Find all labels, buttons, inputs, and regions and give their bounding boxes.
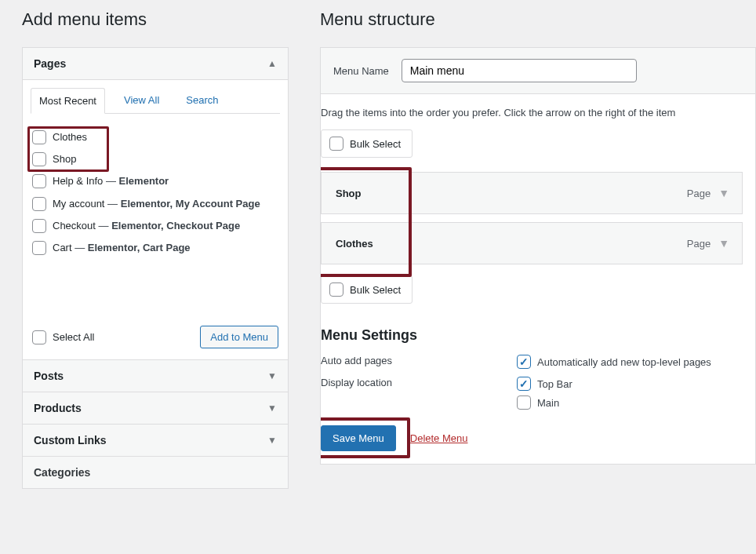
select-all-label: Select All (53, 331, 94, 343)
checkbox-auto-add[interactable]: ✓ (517, 355, 531, 369)
acc-categories-header[interactable]: Categories (23, 456, 288, 488)
page-label: My account (53, 198, 104, 210)
acc-posts-header[interactable]: Posts ▼ (23, 359, 288, 392)
checkbox-account[interactable] (32, 197, 46, 211)
add-items-heading: Add menu items (22, 9, 289, 30)
menu-item-type: Page (687, 188, 711, 199)
acc-pages-label: Pages (34, 57, 66, 70)
menu-frame: Menu Name Drag the items into the order … (320, 47, 756, 465)
acc-customlinks-header[interactable]: Custom Links ▼ (23, 424, 288, 456)
menu-item-shop[interactable]: Shop Page ▼ (321, 172, 743, 214)
checkbox-main[interactable] (517, 395, 531, 410)
menu-item-title: Shop (336, 188, 362, 199)
page-row: Help & Info — Elementor (31, 170, 277, 192)
page-label: Clothes (53, 130, 87, 144)
acc-products-label: Products (34, 402, 82, 414)
bulk-select-top[interactable]: Bulk Select (321, 129, 413, 158)
page-label: Cart (53, 242, 72, 253)
checkbox-topbar[interactable]: ✓ (517, 377, 531, 391)
page-row: Cart — Elementor, Cart Page (31, 237, 277, 259)
bulk-checkbox-icon (329, 137, 343, 151)
acc-pages-body: Most Recent View All Search Clothes (23, 79, 288, 359)
menu-settings-heading: Menu Settings (321, 327, 743, 344)
add-to-menu-button[interactable]: Add to Menu (200, 326, 278, 348)
chevron-down-icon[interactable]: ▼ (718, 187, 729, 199)
delete-menu-link[interactable]: Delete Menu (410, 432, 468, 444)
accordion: Pages ▲ Most Recent View All Search (22, 47, 289, 489)
tab-most-recent[interactable]: Most Recent (31, 88, 105, 114)
bulk-checkbox-icon (329, 282, 343, 297)
acc-customlinks-label: Custom Links (34, 434, 107, 446)
location-main: Main (537, 397, 559, 409)
auto-add-option: Automatically add new top-level pages (537, 356, 711, 368)
page-meta: Elementor, My Account Page (121, 198, 260, 210)
checkbox-shop[interactable] (32, 152, 46, 166)
page-row: My account — Elementor, My Account Page (31, 193, 277, 215)
auto-add-label: Auto add pages (321, 355, 517, 366)
menu-name-input[interactable] (402, 59, 637, 82)
chevron-down-icon: ▼ (267, 370, 277, 381)
acc-products-header[interactable]: Products ▼ (23, 392, 288, 424)
menu-structure-heading: Menu structure (320, 9, 756, 30)
checkbox-select-all[interactable] (32, 330, 46, 344)
page-label: Shop (53, 152, 76, 166)
bulk-select-label: Bulk Select (350, 284, 401, 296)
checkbox-checkout[interactable] (32, 219, 46, 233)
menu-item-title: Clothes (336, 238, 373, 250)
page-row: Clothes (31, 126, 277, 148)
checkbox-help[interactable] (32, 174, 46, 188)
menu-item-type: Page (687, 238, 711, 250)
tab-search[interactable]: Search (178, 88, 226, 113)
bulk-select-bottom[interactable]: Bulk Select (321, 275, 413, 304)
bulk-select-label: Bulk Select (350, 138, 401, 150)
page-label: Checkout (53, 220, 96, 231)
checkbox-cart[interactable] (32, 241, 46, 255)
page-meta: Elementor (119, 175, 169, 187)
page-row: Shop (31, 148, 277, 170)
chevron-down-icon[interactable]: ▼ (718, 237, 729, 250)
page-meta: Elementor, Checkout Page (111, 220, 240, 231)
pages-checklist[interactable]: Clothes Shop Help & Info — (31, 122, 280, 315)
instructions-text: Drag the items into the order you prefer… (321, 107, 743, 118)
pages-tabs: Most Recent View All Search (31, 88, 280, 114)
menu-item-clothes[interactable]: Clothes Page ▼ (321, 222, 743, 264)
page-row: Checkout — Elementor, Checkout Page (31, 215, 277, 237)
page-label: Help & Info (53, 175, 103, 187)
display-location-label: Display location (321, 377, 517, 388)
chevron-down-icon: ▼ (267, 435, 277, 446)
location-topbar: Top Bar (537, 378, 572, 390)
acc-categories-label: Categories (34, 466, 90, 479)
checkbox-clothes[interactable] (32, 130, 46, 144)
chevron-up-icon: ▲ (267, 58, 277, 69)
tab-view-all[interactable]: View All (116, 88, 167, 113)
menu-name-label: Menu Name (333, 65, 389, 77)
acc-posts-label: Posts (34, 370, 64, 382)
page-meta: Elementor, Cart Page (88, 242, 191, 253)
chevron-down-icon: ▼ (267, 403, 277, 414)
save-menu-button[interactable]: Save Menu (321, 425, 396, 451)
acc-pages-header[interactable]: Pages ▲ (23, 48, 288, 79)
